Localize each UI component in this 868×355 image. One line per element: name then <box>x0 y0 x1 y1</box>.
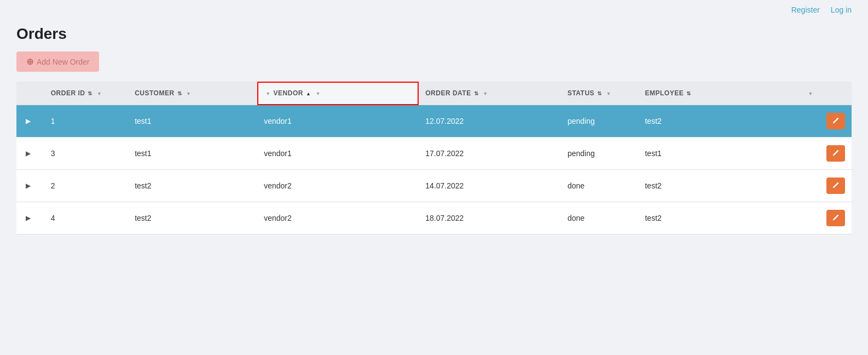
row-customer: test2 <box>128 202 257 234</box>
row-vendor: vendor1 <box>257 138 419 170</box>
table-row: ▶ 1 test1 vendor1 12.07.2022 pending tes… <box>16 105 852 138</box>
order-date-filter-icon[interactable] <box>483 90 488 96</box>
status-label: STATUS <box>568 89 594 97</box>
table-row: ▶ 2 test2 vendor2 14.07.2022 done test2 <box>16 170 852 202</box>
table-row: ▶ 4 test2 vendor2 18.07.2022 done test2 <box>16 202 852 234</box>
vendor-sort-icon[interactable] <box>306 90 311 96</box>
expand-button[interactable]: ▶ <box>23 213 33 223</box>
customer-label: CUSTOMER <box>135 89 174 97</box>
row-order-date: 17.07.2022 <box>419 138 561 170</box>
row-status: done <box>561 170 639 202</box>
row-employee: test2 <box>638 202 800 234</box>
table-row: ▶ 3 test1 vendor1 17.07.2022 pending tes… <box>16 138 852 170</box>
top-nav: Register Log in <box>0 0 868 20</box>
row-customer: test1 <box>128 138 257 170</box>
order-date-label: ORDER DATE <box>425 89 471 97</box>
order-id-filter-icon[interactable] <box>97 90 102 96</box>
row-action-cell <box>800 170 852 202</box>
vendor-filter-icon-left[interactable] <box>265 90 270 96</box>
expand-button[interactable]: ▶ <box>23 116 33 126</box>
table-body: ▶ 1 test1 vendor1 12.07.2022 pending tes… <box>16 105 852 234</box>
customer-sort-icon[interactable] <box>177 90 182 96</box>
edit-button[interactable] <box>826 113 845 129</box>
row-order-id: 2 <box>44 170 128 202</box>
row-action-cell <box>800 105 852 138</box>
vendor-label: VENDOR <box>274 89 303 97</box>
orders-table: ORDER ID CUSTOMER VENDOR <box>16 82 852 234</box>
table-header-row: ORDER ID CUSTOMER VENDOR <box>16 82 852 105</box>
col-header-action[interactable] <box>800 82 852 105</box>
row-vendor: vendor1 <box>257 105 419 138</box>
col-header-order-date[interactable]: ORDER DATE <box>419 82 561 105</box>
col-header-expand <box>16 82 44 105</box>
row-expand-cell: ▶ <box>16 202 44 234</box>
customer-filter-icon[interactable] <box>186 90 191 96</box>
row-vendor: vendor2 <box>257 202 419 234</box>
col-header-employee[interactable]: EMPLOYEE <box>638 82 800 105</box>
row-action-cell <box>800 138 852 170</box>
page-content: Orders ⊕ Add New Order ORDER ID CUSTOMER <box>0 20 868 251</box>
employee-sort-icon[interactable] <box>686 90 691 96</box>
status-filter-icon[interactable] <box>606 90 611 96</box>
row-expand-cell: ▶ <box>16 105 44 138</box>
status-sort-icon[interactable] <box>597 90 602 96</box>
employee-label: EMPLOYEE <box>645 89 684 97</box>
row-vendor: vendor2 <box>257 170 419 202</box>
row-order-id: 4 <box>44 202 128 234</box>
edit-button[interactable] <box>826 145 845 162</box>
row-expand-cell: ▶ <box>16 138 44 170</box>
row-action-cell <box>800 202 852 234</box>
edit-button[interactable] <box>826 210 845 226</box>
row-status: done <box>561 202 639 234</box>
login-link[interactable]: Log in <box>831 5 852 14</box>
vendor-filter-icon-right[interactable] <box>315 90 320 96</box>
col-header-order-id[interactable]: ORDER ID <box>44 82 128 105</box>
row-employee: test1 <box>638 138 800 170</box>
register-link[interactable]: Register <box>791 5 820 14</box>
row-order-date: 14.07.2022 <box>419 170 561 202</box>
col-header-customer[interactable]: CUSTOMER <box>128 82 257 105</box>
row-order-id: 3 <box>44 138 128 170</box>
action-filter-icon[interactable] <box>808 90 813 96</box>
plus-icon: ⊕ <box>26 56 33 67</box>
add-button-label: Add New Order <box>37 58 89 66</box>
row-order-date: 12.07.2022 <box>419 105 561 138</box>
col-header-status[interactable]: STATUS <box>561 82 639 105</box>
order-id-label: ORDER ID <box>51 89 85 97</box>
row-customer: test2 <box>128 170 257 202</box>
row-status: pending <box>561 138 639 170</box>
col-header-vendor[interactable]: VENDOR <box>257 82 419 105</box>
expand-button[interactable]: ▶ <box>23 148 33 158</box>
row-employee: test2 <box>638 105 800 138</box>
row-order-id: 1 <box>44 105 128 138</box>
expand-button[interactable]: ▶ <box>23 181 33 191</box>
row-expand-cell: ▶ <box>16 170 44 202</box>
row-employee: test2 <box>638 170 800 202</box>
page-title: Orders <box>16 25 852 43</box>
edit-button[interactable] <box>826 178 845 194</box>
order-id-sort-icon[interactable] <box>88 90 92 96</box>
row-customer: test1 <box>128 105 257 138</box>
row-order-date: 18.07.2022 <box>419 202 561 234</box>
row-status: pending <box>561 105 639 138</box>
order-date-sort-icon[interactable] <box>474 90 479 96</box>
add-new-order-button[interactable]: ⊕ Add New Order <box>16 51 99 72</box>
